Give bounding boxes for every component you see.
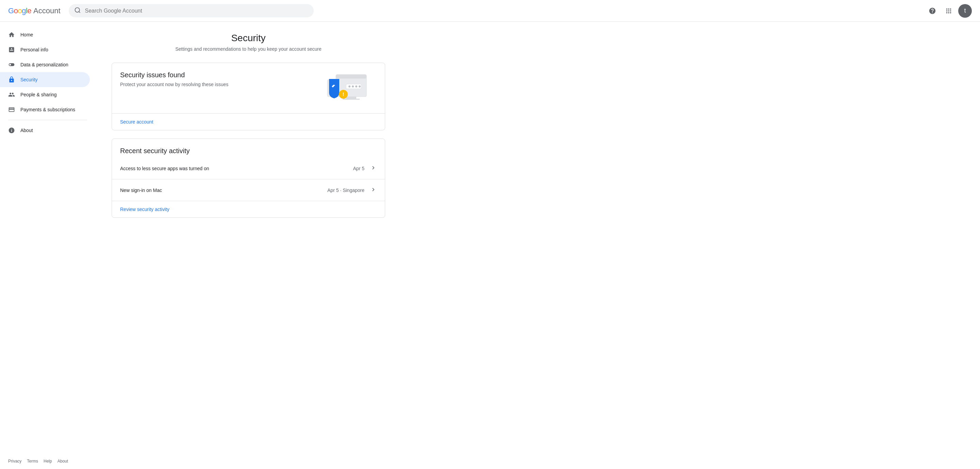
search-input[interactable]: [85, 8, 308, 14]
help-button[interactable]: [926, 4, 939, 18]
security-issues-card: Security issues found Protect your accou…: [111, 63, 385, 130]
svg-point-10: [359, 86, 361, 87]
sidebar-item-personal-info[interactable]: Personal info: [0, 42, 90, 57]
security-issues-title: Security issues found: [120, 71, 228, 79]
svg-rect-3: [336, 75, 366, 79]
sidebar-divider: [8, 120, 87, 120]
chevron-right-icon-1: [370, 164, 377, 172]
home-icon: [8, 31, 15, 38]
sidebar-item-data-label: Data & personalization: [21, 62, 68, 67]
security-issues-text: Security issues found Protect your accou…: [120, 71, 228, 87]
search-bar: [69, 4, 314, 17]
sidebar-item-security[interactable]: Security: [0, 72, 90, 87]
page-subtitle: Settings and recommendations to help you…: [111, 46, 385, 52]
sidebar: Home Personal info Data & personalizatio…: [0, 22, 95, 237]
svg-point-0: [75, 8, 79, 12]
svg-text:!: !: [343, 92, 344, 97]
svg-point-9: [355, 86, 357, 87]
avatar[interactable]: t: [958, 4, 972, 18]
person-icon: [8, 46, 15, 53]
svg-point-7: [348, 86, 350, 87]
sidebar-item-people-label: People & sharing: [21, 92, 57, 97]
chevron-right-icon-2: [370, 186, 377, 194]
sidebar-item-about[interactable]: About: [0, 123, 90, 138]
secure-account-link[interactable]: Secure account: [112, 114, 385, 130]
security-issues-card-header: Security issues found Protect your accou…: [120, 71, 377, 105]
lock-icon: [8, 76, 15, 83]
apps-button[interactable]: [942, 4, 956, 18]
help-icon: [929, 7, 936, 14]
svg-point-8: [352, 86, 354, 87]
google-account-logo[interactable]: Google Account: [8, 6, 60, 15]
apps-icon: [945, 7, 953, 14]
recent-activity-card-body: Recent security activity: [112, 139, 385, 155]
security-issues-card-body: Security issues found Protect your accou…: [112, 63, 385, 113]
security-issues-desc: Protect your account now by resolving th…: [120, 82, 228, 87]
recent-activity-title: Recent security activity: [120, 147, 377, 155]
recent-activity-card: Recent security activity Access to less …: [111, 138, 385, 218]
sidebar-item-security-label: Security: [21, 77, 38, 83]
header: Google Account t: [0, 0, 980, 22]
svg-rect-5: [343, 99, 360, 100]
google-logo-text: Google: [8, 6, 31, 15]
header-actions: t: [926, 4, 972, 18]
payment-icon: [8, 106, 15, 113]
search-icon: [74, 7, 81, 14]
toggle-icon: [8, 61, 15, 68]
svg-line-1: [79, 11, 80, 13]
sidebar-item-data-personalization[interactable]: Data & personalization: [0, 57, 90, 72]
activity-text-2: New sign-in on Mac: [120, 188, 327, 193]
sidebar-item-about-label: About: [21, 128, 33, 133]
sidebar-item-home[interactable]: Home: [0, 27, 90, 42]
people-icon: [8, 91, 15, 98]
layout: Home Personal info Data & personalizatio…: [0, 22, 980, 237]
sidebar-item-payments-label: Payments & subscriptions: [21, 107, 75, 112]
sidebar-item-home-label: Home: [21, 32, 33, 37]
activity-meta-1: Apr 5: [353, 166, 364, 171]
activity-row[interactable]: Access to less secure apps was turned on…: [112, 157, 385, 180]
security-shield-illustration: !: [309, 71, 377, 105]
sidebar-item-personal-info-label: Personal info: [21, 47, 48, 52]
page-title: Security: [111, 33, 385, 44]
main-content: Security Settings and recommendations to…: [95, 22, 401, 237]
review-activity-link[interactable]: Review security activity: [112, 201, 385, 218]
account-logo-text: Account: [33, 6, 60, 15]
sidebar-item-people-sharing[interactable]: People & sharing: [0, 87, 90, 102]
activity-row[interactable]: New sign-in on Mac Apr 5 · Singapore: [112, 180, 385, 201]
activity-meta-2: Apr 5 · Singapore: [327, 188, 364, 193]
svg-rect-4: [346, 97, 356, 99]
activity-text-1: Access to less secure apps was turned on: [120, 166, 353, 171]
sidebar-item-payments[interactable]: Payments & subscriptions: [0, 102, 90, 117]
security-illustration: !: [309, 71, 377, 105]
info-icon: [8, 127, 15, 134]
